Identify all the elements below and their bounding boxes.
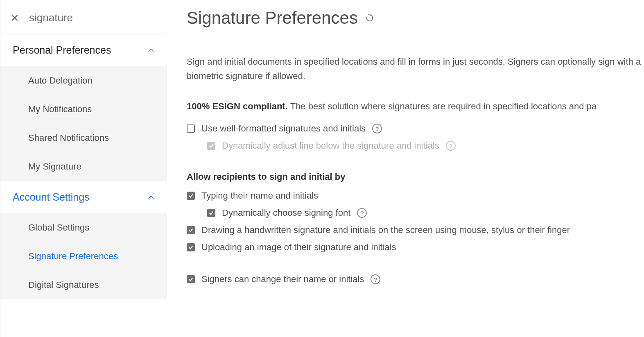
- nav-items-personal: Auto Delegation My Notifications Shared …: [0, 66, 167, 181]
- sidebar: ✕ signature Personal Preferences Auto De…: [0, 0, 167, 337]
- opt-well-formatted: Use well-formatted signatures and initia…: [187, 123, 644, 134]
- opt-change-name: Signers can change their name or initial…: [187, 274, 644, 285]
- compliance-bold: 100% ESIGN compliant.: [187, 101, 288, 111]
- opt-uploading: Uploading an image of their signature an…: [187, 242, 644, 253]
- search-row: ✕ signature: [0, 0, 167, 34]
- section-title: Personal Preferences: [13, 44, 111, 56]
- help-icon[interactable]: ?: [357, 208, 367, 218]
- opt-label: Dynamically choose signing font: [222, 208, 350, 218]
- compliance-text: 100% ESIGN compliant. The best solution …: [187, 101, 644, 112]
- opt-label: Signers can change their name or initial…: [201, 274, 364, 285]
- nav-global-settings[interactable]: Global Settings: [0, 213, 167, 242]
- section-personal-preferences[interactable]: Personal Preferences: [0, 34, 167, 66]
- nav-my-notifications[interactable]: My Notifications: [0, 95, 167, 124]
- checkbox-icon[interactable]: [187, 226, 195, 234]
- opt-drawing: Drawing a handwritten signature and init…: [187, 225, 644, 235]
- nav-digital-signatures[interactable]: Digital Signatures: [0, 271, 167, 299]
- search-text[interactable]: signature: [29, 11, 73, 24]
- opt-label: Drawing a handwritten signature and init…: [201, 225, 570, 235]
- close-icon[interactable]: ✕: [10, 13, 19, 23]
- opt-label: Use well-formatted signatures and initia…: [201, 123, 366, 134]
- opt-dynamic-font: Dynamically choose signing font ?: [187, 208, 644, 218]
- chevron-up-icon: [148, 194, 154, 201]
- description: Sign and initial documents in specified …: [187, 54, 644, 83]
- chevron-up-icon: [148, 47, 154, 54]
- section-title: Account Settings: [13, 191, 90, 203]
- refresh-icon[interactable]: [365, 13, 375, 23]
- nav-my-signature[interactable]: My Signature: [0, 152, 167, 181]
- opt-typing: Typing their name and initials: [187, 190, 644, 201]
- nav-items-account: Global Settings Signature Preferences Di…: [0, 213, 167, 299]
- help-icon[interactable]: ?: [371, 274, 380, 284]
- nav-signature-preferences[interactable]: Signature Preferences: [0, 242, 167, 271]
- nav-auto-delegation[interactable]: Auto Delegation: [0, 66, 167, 95]
- section-account-settings[interactable]: Account Settings: [0, 181, 167, 213]
- opt-label: Dynamically adjust line below the signat…: [222, 140, 439, 151]
- help-icon: ?: [446, 141, 456, 151]
- main-content: Signature Preferences Sign and initial d…: [167, 0, 644, 337]
- checkbox-icon: [207, 142, 215, 150]
- opt-label: Typing their name and initials: [201, 190, 318, 201]
- checkbox-icon[interactable]: [207, 209, 215, 217]
- checkbox-icon[interactable]: [187, 192, 195, 200]
- checkbox-icon[interactable]: [187, 124, 195, 133]
- page-title: Signature Preferences: [187, 8, 358, 28]
- opt-label: Uploading an image of their signature an…: [201, 242, 396, 253]
- page-title-row: Signature Preferences: [187, 8, 644, 37]
- checkbox-icon[interactable]: [187, 243, 195, 251]
- section-heading-allow: Allow recipients to sign and initial by: [187, 172, 644, 182]
- compliance-rest: The best solution where signatures are r…: [288, 101, 597, 111]
- checkbox-icon[interactable]: [187, 275, 195, 283]
- opt-dynamic-adjust: Dynamically adjust line below the signat…: [187, 140, 644, 151]
- options-block-1: Use well-formatted signatures and initia…: [187, 123, 644, 151]
- help-icon[interactable]: ?: [372, 124, 382, 133]
- nav-shared-notifications[interactable]: Shared Notifications: [0, 124, 167, 152]
